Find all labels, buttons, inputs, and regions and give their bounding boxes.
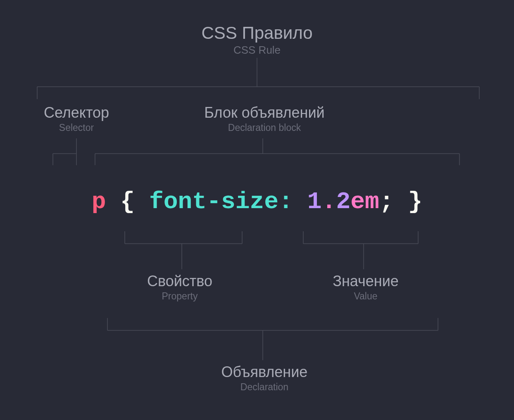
label-value-en: Value [314,291,417,302]
label-declaration-en: Declaration [182,382,347,393]
label-value-ru: Значение [314,273,417,290]
code-value-num2: 2 [336,188,350,215]
code-value-num1: 1 [307,188,322,215]
label-declaration-block-en: Declaration block [182,122,347,133]
label-declaration-block: Блок объявлений Declaration block [182,104,347,133]
label-selector-ru: Селектор [35,104,118,121]
label-selector: Селектор Selector [35,104,118,133]
code-semicolon: ; [379,188,394,215]
code-selector: p [92,188,106,215]
label-selector-en: Selector [35,122,118,133]
label-value: Значение Value [314,273,417,302]
label-property-ru: Свойство [122,273,238,290]
code-example: p { font-size: 1.2em; } [0,188,514,215]
label-property: Свойство Property [122,273,238,302]
code-property: font-size [149,188,278,215]
label-property-en: Property [122,291,238,302]
code-value-dot: . [322,188,336,215]
label-css-rule: CSS Правило CSS Rule [0,23,514,57]
label-declaration-ru: Объявление [182,363,347,381]
label-css-rule-ru: CSS Правило [0,23,514,43]
code-close-brace: } [408,188,423,215]
label-declaration: Объявление Declaration [182,363,347,393]
label-css-rule-en: CSS Rule [0,44,514,57]
code-colon: : [278,188,293,215]
code-open-brace: { [120,188,135,215]
code-value-unit: em [350,188,379,215]
label-declaration-block-ru: Блок объявлений [182,104,347,121]
